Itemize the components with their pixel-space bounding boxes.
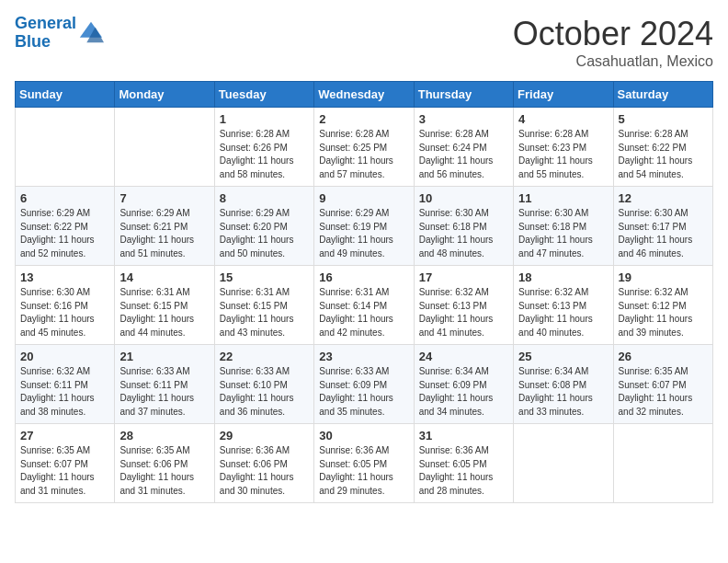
calendar-cell: 25Sunrise: 6:34 AM Sunset: 6:08 PM Dayli…	[514, 345, 613, 424]
day-number: 6	[20, 191, 109, 205]
cell-info: Sunrise: 6:35 AM Sunset: 6:07 PM Dayligh…	[619, 365, 708, 419]
calendar-cell: 11Sunrise: 6:30 AM Sunset: 6:18 PM Dayli…	[514, 187, 613, 266]
cell-info: Sunrise: 6:28 AM Sunset: 6:24 PM Dayligh…	[419, 128, 508, 181]
day-header: Monday	[115, 82, 214, 108]
cell-info: Sunrise: 6:34 AM Sunset: 6:08 PM Dayligh…	[518, 365, 608, 419]
calendar-cell: 23Sunrise: 6:33 AM Sunset: 6:09 PM Dayli…	[314, 345, 414, 424]
calendar-cell	[613, 424, 712, 503]
cell-info: Sunrise: 6:36 AM Sunset: 6:05 PM Dayligh…	[419, 444, 508, 498]
calendar-body: 1Sunrise: 6:28 AM Sunset: 6:26 PM Daylig…	[16, 108, 713, 503]
calendar-cell	[514, 424, 613, 503]
calendar-cell: 8Sunrise: 6:29 AM Sunset: 6:20 PM Daylig…	[214, 187, 313, 266]
day-number: 21	[119, 350, 209, 363]
calendar-cell	[16, 108, 115, 187]
day-number: 13	[20, 270, 109, 284]
title-block: October 2024 Casahuatlan, Mexico	[513, 15, 713, 70]
calendar-cell: 15Sunrise: 6:31 AM Sunset: 6:15 PM Dayli…	[214, 266, 313, 345]
cell-info: Sunrise: 6:28 AM Sunset: 6:22 PM Dayligh…	[619, 128, 708, 181]
day-number: 2	[319, 112, 408, 126]
cell-info: Sunrise: 6:29 AM Sunset: 6:20 PM Dayligh…	[220, 207, 309, 260]
cell-info: Sunrise: 6:31 AM Sunset: 6:15 PM Dayligh…	[220, 286, 309, 339]
calendar-week-row: 27Sunrise: 6:35 AM Sunset: 6:07 PM Dayli…	[16, 424, 713, 503]
calendar-week-row: 13Sunrise: 6:30 AM Sunset: 6:16 PM Dayli…	[16, 266, 713, 345]
cell-info: Sunrise: 6:31 AM Sunset: 6:15 PM Dayligh…	[119, 286, 209, 339]
cell-info: Sunrise: 6:34 AM Sunset: 6:09 PM Dayligh…	[419, 365, 508, 419]
day-number: 29	[220, 429, 309, 442]
logo: General Blue	[15, 15, 104, 52]
calendar-cell: 31Sunrise: 6:36 AM Sunset: 6:05 PM Dayli…	[414, 424, 513, 503]
logo-text: General Blue	[15, 15, 76, 52]
cell-info: Sunrise: 6:35 AM Sunset: 6:06 PM Dayligh…	[119, 444, 209, 498]
day-number: 18	[518, 270, 608, 284]
calendar-table: SundayMondayTuesdayWednesdayThursdayFrid…	[15, 81, 713, 503]
page-header: General Blue October 2024 Casahuatlan, M…	[15, 15, 713, 70]
day-number: 25	[518, 350, 608, 363]
day-number: 27	[20, 429, 109, 442]
calendar-cell: 10Sunrise: 6:30 AM Sunset: 6:18 PM Dayli…	[414, 187, 513, 266]
cell-info: Sunrise: 6:30 AM Sunset: 6:17 PM Dayligh…	[619, 207, 708, 260]
cell-info: Sunrise: 6:31 AM Sunset: 6:14 PM Dayligh…	[319, 286, 408, 339]
day-number: 15	[220, 270, 309, 284]
day-number: 10	[419, 191, 508, 205]
cell-info: Sunrise: 6:36 AM Sunset: 6:05 PM Dayligh…	[319, 444, 408, 498]
logo-icon	[78, 20, 104, 46]
location: Casahuatlan, Mexico	[513, 53, 713, 70]
calendar-cell: 29Sunrise: 6:36 AM Sunset: 6:06 PM Dayli…	[214, 424, 313, 503]
day-header: Saturday	[613, 82, 712, 108]
calendar-cell: 24Sunrise: 6:34 AM Sunset: 6:09 PM Dayli…	[414, 345, 513, 424]
day-number: 8	[220, 191, 309, 205]
day-number: 26	[619, 350, 708, 363]
calendar-cell: 26Sunrise: 6:35 AM Sunset: 6:07 PM Dayli…	[613, 345, 712, 424]
day-header: Thursday	[414, 82, 513, 108]
day-number: 23	[319, 350, 408, 363]
calendar-cell: 4Sunrise: 6:28 AM Sunset: 6:23 PM Daylig…	[514, 108, 613, 187]
cell-info: Sunrise: 6:29 AM Sunset: 6:22 PM Dayligh…	[20, 207, 109, 260]
calendar-cell: 28Sunrise: 6:35 AM Sunset: 6:06 PM Dayli…	[115, 424, 214, 503]
calendar-cell: 5Sunrise: 6:28 AM Sunset: 6:22 PM Daylig…	[613, 108, 712, 187]
cell-info: Sunrise: 6:33 AM Sunset: 6:10 PM Dayligh…	[220, 365, 309, 419]
day-number: 28	[119, 429, 209, 442]
cell-info: Sunrise: 6:33 AM Sunset: 6:09 PM Dayligh…	[319, 365, 408, 419]
calendar-cell: 21Sunrise: 6:33 AM Sunset: 6:11 PM Dayli…	[115, 345, 214, 424]
day-header: Wednesday	[314, 82, 414, 108]
day-number: 1	[220, 112, 309, 126]
calendar-cell: 19Sunrise: 6:32 AM Sunset: 6:12 PM Dayli…	[613, 266, 712, 345]
cell-info: Sunrise: 6:30 AM Sunset: 6:18 PM Dayligh…	[518, 207, 608, 260]
cell-info: Sunrise: 6:30 AM Sunset: 6:18 PM Dayligh…	[419, 207, 508, 260]
calendar-cell: 30Sunrise: 6:36 AM Sunset: 6:05 PM Dayli…	[314, 424, 414, 503]
day-number: 30	[319, 429, 408, 442]
day-number: 12	[619, 191, 708, 205]
cell-info: Sunrise: 6:36 AM Sunset: 6:06 PM Dayligh…	[220, 444, 309, 498]
day-number: 16	[319, 270, 408, 284]
cell-info: Sunrise: 6:33 AM Sunset: 6:11 PM Dayligh…	[119, 365, 209, 419]
day-number: 4	[518, 112, 608, 126]
calendar-week-row: 6Sunrise: 6:29 AM Sunset: 6:22 PM Daylig…	[16, 187, 713, 266]
day-number: 5	[619, 112, 708, 126]
calendar-cell: 1Sunrise: 6:28 AM Sunset: 6:26 PM Daylig…	[214, 108, 313, 187]
calendar-cell: 17Sunrise: 6:32 AM Sunset: 6:13 PM Dayli…	[414, 266, 513, 345]
calendar-cell: 12Sunrise: 6:30 AM Sunset: 6:17 PM Dayli…	[613, 187, 712, 266]
day-number: 24	[419, 350, 508, 363]
day-number: 9	[319, 191, 408, 205]
cell-info: Sunrise: 6:28 AM Sunset: 6:23 PM Dayligh…	[518, 128, 608, 181]
day-header: Sunday	[16, 82, 115, 108]
calendar-header-row: SundayMondayTuesdayWednesdayThursdayFrid…	[16, 82, 713, 108]
cell-info: Sunrise: 6:29 AM Sunset: 6:21 PM Dayligh…	[119, 207, 209, 260]
day-number: 7	[119, 191, 209, 205]
day-number: 3	[419, 112, 508, 126]
calendar-cell: 6Sunrise: 6:29 AM Sunset: 6:22 PM Daylig…	[16, 187, 115, 266]
calendar-cell: 18Sunrise: 6:32 AM Sunset: 6:13 PM Dayli…	[514, 266, 613, 345]
calendar-cell: 16Sunrise: 6:31 AM Sunset: 6:14 PM Dayli…	[314, 266, 414, 345]
cell-info: Sunrise: 6:35 AM Sunset: 6:07 PM Dayligh…	[20, 444, 109, 498]
calendar-cell: 27Sunrise: 6:35 AM Sunset: 6:07 PM Dayli…	[16, 424, 115, 503]
calendar-week-row: 1Sunrise: 6:28 AM Sunset: 6:26 PM Daylig…	[16, 108, 713, 187]
month-title: October 2024	[513, 15, 713, 53]
calendar-week-row: 20Sunrise: 6:32 AM Sunset: 6:11 PM Dayli…	[16, 345, 713, 424]
day-number: 31	[419, 429, 508, 442]
day-number: 22	[220, 350, 309, 363]
day-header: Tuesday	[214, 82, 313, 108]
day-number: 14	[119, 270, 209, 284]
cell-info: Sunrise: 6:28 AM Sunset: 6:25 PM Dayligh…	[319, 128, 408, 181]
day-number: 19	[619, 270, 708, 284]
cell-info: Sunrise: 6:32 AM Sunset: 6:12 PM Dayligh…	[619, 286, 708, 339]
